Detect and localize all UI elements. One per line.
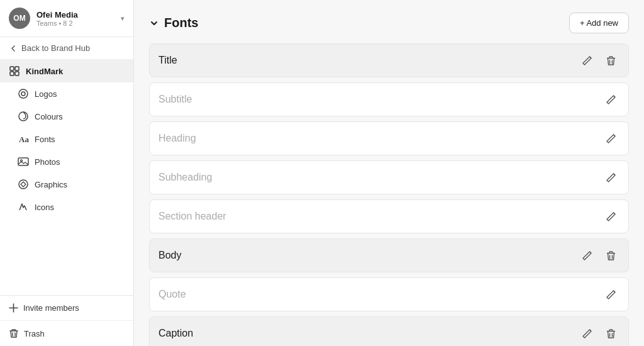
font-row-title: Title [149,43,629,77]
edit-icon-quote[interactable] [602,286,619,303]
font-row-heading: Heading [149,121,629,155]
svg-point-4 [19,89,28,98]
font-label-body: Body [158,250,578,261]
row-actions-title [578,52,619,69]
row-actions-section-header [602,208,619,225]
sidebar-item-colours[interactable]: Colours [0,105,133,128]
svg-rect-0 [10,67,14,70]
font-label-caption: Caption [158,328,578,339]
avatar: OM [9,8,30,29]
chevron-down-icon: ▾ [121,14,125,23]
font-label-subtitle: Subtitle [158,94,602,105]
photos-icon [18,156,29,167]
font-row-subheading: Subheading [149,160,629,194]
edit-icon-subheading[interactable] [602,169,619,186]
icons-label: Icons [35,203,54,212]
back-to-brand-hub-link[interactable]: Back to Brand Hub [0,37,133,60]
edit-icon-subtitle[interactable] [602,91,619,108]
row-actions-quote [602,286,619,303]
row-actions-caption [578,325,619,342]
row-actions-subtitle [602,91,619,108]
edit-icon-heading[interactable] [602,130,619,147]
edit-icon-title[interactable] [578,52,596,69]
trash-label: Trash [24,329,45,338]
svg-rect-1 [15,67,19,70]
photos-label: Photos [35,157,60,167]
svg-point-5 [21,92,25,96]
delete-icon-body[interactable] [602,247,619,264]
sidebar: OM Ofei Media Teams • 8 2 ▾ Back to Bran… [0,0,134,346]
invite-members-button[interactable]: Invite members [0,296,133,321]
brand-hub-label: KindMark [26,67,63,76]
workspace-sub: Teams • 8 2 [36,20,114,27]
section-title: Fonts [149,16,198,30]
sidebar-item-icons[interactable]: Icons [0,196,133,218]
graphics-icon [18,179,29,190]
icons-icon [18,201,29,213]
font-row-caption: Caption [149,316,629,346]
font-row-subtitle: Subtitle [149,82,629,116]
add-new-button[interactable]: + Add new [569,13,629,33]
svg-rect-3 [15,72,19,75]
nav-section: Logos Colours Aa Fonts [0,82,133,295]
logos-label: Logos [35,89,57,99]
back-link-label: Back to Brand Hub [21,43,90,53]
invite-members-label: Invite members [23,303,79,313]
edit-icon-caption[interactable] [578,325,596,342]
font-label-heading: Heading [158,133,602,144]
workspace-header[interactable]: OM Ofei Media Teams • 8 2 ▾ [0,0,133,37]
edit-icon-body[interactable] [578,247,596,264]
font-rows-container: Title Subtitle Heading Subheading Sectio… [149,43,629,346]
colours-label: Colours [35,112,63,121]
logos-icon [18,88,29,99]
main-content: Fonts + Add new Title Subtitle Heading S… [134,0,644,346]
plus-icon [9,303,18,313]
brand-hub-item[interactable]: KindMark [0,60,133,82]
font-label-subheading: Subheading [158,172,602,183]
svg-point-6 [19,112,28,121]
main-header: Fonts + Add new [149,13,629,33]
font-row-quote: Quote [149,277,629,311]
graphics-label: Graphics [35,180,67,189]
svg-rect-2 [10,72,14,75]
svg-text:Aa: Aa [19,135,29,144]
font-row-section-header: Section header [149,199,629,233]
section-title-text: Fonts [164,16,198,30]
chevron-left-icon [9,44,18,53]
sidebar-item-graphics[interactable]: Graphics [0,173,133,196]
font-row-body: Body [149,238,629,272]
row-actions-heading [602,130,619,147]
sidebar-bottom: Invite members Trash [0,295,133,346]
svg-rect-8 [18,158,28,165]
row-actions-body [578,247,619,264]
font-label-title: Title [158,55,578,66]
fonts-label: Fonts [35,135,55,144]
collapse-icon[interactable] [149,18,159,28]
font-label-section-header: Section header [158,211,602,222]
font-label-quote: Quote [158,289,602,300]
colours-icon [18,111,29,122]
row-actions-subheading [602,169,619,186]
delete-icon-title[interactable] [602,52,619,69]
sidebar-item-photos[interactable]: Photos [0,150,133,173]
workspace-info: Ofei Media Teams • 8 2 [36,10,114,27]
sidebar-item-logos[interactable]: Logos [0,82,133,105]
fonts-icon: Aa [18,133,29,145]
trash-icon [9,328,19,338]
sidebar-item-fonts[interactable]: Aa Fonts [0,128,133,150]
trash-button[interactable]: Trash [0,321,133,346]
brand-hub-icon [9,65,20,77]
workspace-name: Ofei Media [36,10,114,20]
delete-icon-caption[interactable] [602,325,619,342]
edit-icon-section-header[interactable] [602,208,619,225]
